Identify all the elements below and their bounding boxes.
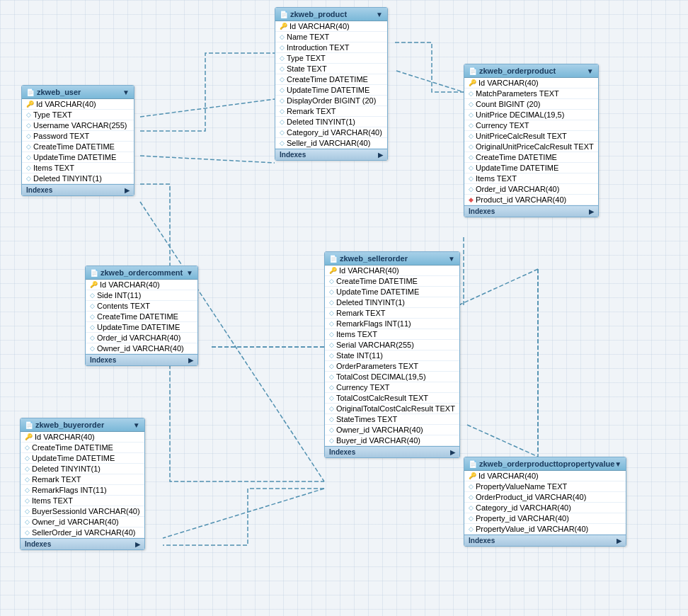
database-icon: 📄 — [280, 11, 288, 18]
field-name: CreateTime DATETIME — [336, 277, 418, 285]
dropdown-icon[interactable]: ▼ — [614, 460, 621, 468]
dropdown-icon[interactable]: ▼ — [186, 269, 193, 277]
indexes-label: Indexes — [26, 186, 52, 194]
field-icon: ◇ — [25, 444, 30, 451]
field-name: Items TEXT — [476, 174, 517, 183]
field-icon: ◇ — [280, 108, 285, 115]
database-icon: 📄 — [469, 460, 477, 468]
table-row: ◇StateTimes TEXT — [325, 414, 459, 425]
table-row: ◇Password TEXT — [22, 131, 134, 142]
table-header-zkweb_buyerorder[interactable]: 📄zkweb_buyerorder▼ — [21, 418, 144, 432]
indexes-label: Indexes — [25, 540, 51, 548]
table-row: ◇Deleted TINYINT(1) — [22, 173, 134, 184]
table-row: ◇CreateTime DATETIME — [21, 443, 144, 453]
table-footer-zkweb_user[interactable]: Indexes▶ — [22, 184, 134, 195]
field-name: MatchParameters TEXT — [476, 89, 559, 98]
field-name: Category_id VARCHAR(40) — [476, 503, 571, 512]
field-icon: ◇ — [469, 90, 474, 97]
field-name: Buyer_id VARCHAR(40) — [336, 436, 420, 445]
table-row: ◇Remark TEXT — [21, 474, 144, 485]
field-icon: ◇ — [26, 122, 31, 129]
field-name: Seller_id VARCHAR(40) — [287, 139, 370, 147]
dropdown-icon[interactable]: ▼ — [587, 67, 594, 75]
indexes-expand-icon[interactable]: ▶ — [188, 357, 193, 364]
table-row: ◇Type TEXT — [22, 110, 134, 120]
table-row: ◇PropertyValueName TEXT — [464, 481, 626, 492]
table-header-zkweb_orderproduct[interactable]: 📄zkweb_orderproduct▼ — [464, 64, 598, 78]
table-row: ◇Items TEXT — [21, 496, 144, 506]
dropdown-icon[interactable]: ▼ — [448, 255, 455, 263]
dropdown-icon[interactable]: ▼ — [376, 11, 383, 18]
field-icon: ◇ — [329, 405, 334, 412]
field-name: Remark TEXT — [336, 309, 385, 317]
key-icon: 🔑 — [329, 267, 337, 274]
table-header-zkweb_user[interactable]: 📄zkweb_user▼ — [22, 86, 134, 99]
field-name: Name TEXT — [287, 33, 329, 41]
indexes-expand-icon[interactable]: ▶ — [378, 152, 383, 159]
table-footer-zkweb_product[interactable]: Indexes▶ — [275, 149, 387, 160]
table-header-zkweb_product[interactable]: 📄zkweb_product▼ — [275, 8, 387, 21]
table-title-text-zkweb_user: zkweb_user — [37, 88, 81, 96]
table-row: ◇TotalCostCalcResult TEXT — [325, 393, 459, 404]
table-row: ◇Order_id VARCHAR(40) — [464, 184, 598, 195]
svg-line-1 — [140, 156, 275, 163]
field-icon: ◇ — [469, 515, 474, 522]
field-name: OriginalUnitPriceCalcResult TEXT — [476, 142, 594, 151]
table-footer-zkweb_sellerorder[interactable]: Indexes▶ — [325, 446, 459, 457]
table-row: ◇Remark TEXT — [275, 106, 387, 117]
table-header-zkweb_ordercomment[interactable]: 📄zkweb_ordercomment▼ — [86, 266, 197, 280]
indexes-expand-icon[interactable]: ▶ — [450, 449, 455, 456]
table-row: ◇UpdateTime DATETIME — [21, 453, 144, 464]
table-title-zkweb_ordercomment: 📄zkweb_ordercomment — [90, 268, 183, 277]
field-icon: ◇ — [280, 33, 285, 40]
field-name: Currency TEXT — [336, 383, 390, 392]
table-row: ◇BuyerSessionId VARCHAR(40) — [21, 506, 144, 517]
field-name: BuyerSessionId VARCHAR(40) — [32, 507, 140, 515]
table-row: ◇Deleted TINYINT(1) — [21, 464, 144, 474]
svg-line-6 — [163, 489, 324, 538]
field-icon: ◇ — [25, 497, 30, 504]
field-icon: ◇ — [469, 154, 474, 161]
table-footer-zkweb_orderproduct[interactable]: Indexes▶ — [464, 205, 598, 217]
field-name: Items TEXT — [32, 496, 73, 505]
field-name: Introduction TEXT — [287, 43, 349, 52]
dropdown-icon[interactable]: ▼ — [133, 421, 140, 429]
field-name: Id VARCHAR(40) — [289, 22, 350, 30]
field-icon: ◇ — [25, 455, 30, 462]
field-name: Id VARCHAR(40) — [35, 433, 95, 441]
field-icon: ◇ — [329, 352, 334, 359]
table-row: 🔑Id VARCHAR(40) — [325, 266, 459, 276]
table-title-text-zkweb_product: zkweb_product — [290, 10, 347, 18]
field-icon: ◇ — [280, 55, 285, 62]
table-row: ◇OrderProduct_id VARCHAR(40) — [464, 492, 626, 503]
field-name: Deleted TINYINT(1) — [287, 118, 355, 126]
table-row: 🔑Id VARCHAR(40) — [86, 280, 197, 290]
indexes-expand-icon[interactable]: ▶ — [135, 541, 140, 548]
field-icon: ◇ — [25, 529, 30, 536]
table-row: ◇Count BIGINT (20) — [464, 99, 598, 110]
field-name: Count BIGINT (20) — [476, 100, 541, 108]
indexes-expand-icon[interactable]: ▶ — [125, 187, 130, 194]
table-footer-zkweb_orderproducttopropertyvalue[interactable]: Indexes▶ — [464, 535, 626, 546]
indexes-expand-icon[interactable]: ▶ — [617, 537, 621, 544]
field-name: UpdateTime DATETIME — [476, 164, 558, 172]
field-name: Username VARCHAR(255) — [33, 121, 127, 130]
field-icon: ◇ — [469, 143, 474, 150]
table-header-zkweb_orderproducttopropertyvalue[interactable]: 📄zkweb_orderproducttopropertyvalue▼ — [464, 457, 626, 471]
field-name: Category_id VARCHAR(40) — [287, 128, 382, 137]
table-footer-zkweb_buyerorder[interactable]: Indexes▶ — [21, 538, 144, 549]
table-row: ◇Currency TEXT — [464, 120, 598, 131]
key-icon: 🔑 — [469, 79, 476, 86]
table-title-text-zkweb_ordercomment: zkweb_ordercomment — [101, 268, 183, 277]
field-icon: ◇ — [329, 363, 334, 370]
field-name: Type TEXT — [33, 110, 72, 119]
svg-line-0 — [140, 99, 275, 117]
field-name: Property_id VARCHAR(40) — [476, 514, 569, 523]
field-name: Product_id VARCHAR(40) — [476, 195, 566, 204]
dropdown-icon[interactable]: ▼ — [122, 89, 130, 96]
indexes-label: Indexes — [469, 537, 495, 544]
indexes-expand-icon[interactable]: ▶ — [589, 208, 594, 215]
table-header-zkweb_sellerorder[interactable]: 📄zkweb_sellerorder▼ — [325, 252, 459, 266]
table-row: ◇RemarkFlags INT(11) — [21, 485, 144, 496]
table-footer-zkweb_ordercomment[interactable]: Indexes▶ — [86, 354, 197, 365]
